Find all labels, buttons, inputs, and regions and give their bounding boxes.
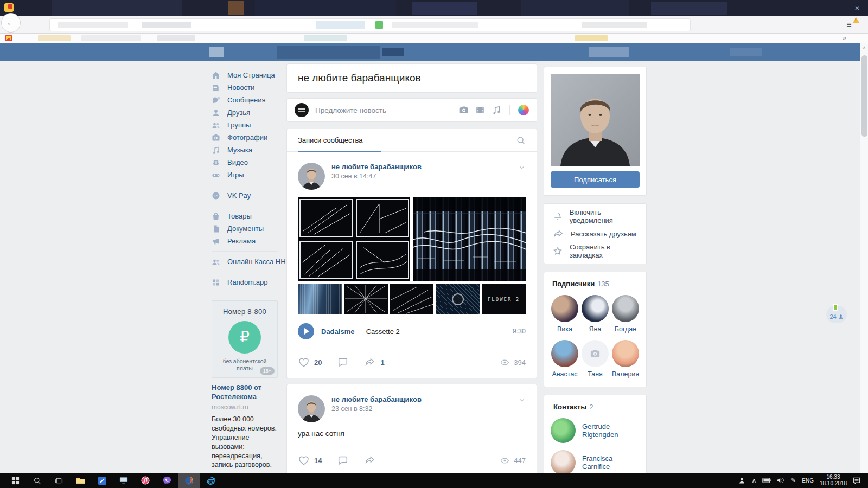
audio-artist[interactable]: Dadaisme: [321, 328, 354, 336]
like-button[interactable]: 20: [298, 356, 322, 368]
viber-button[interactable]: [156, 473, 178, 488]
mail-bookmark-icon[interactable]: [5, 35, 12, 41]
contacts-header[interactable]: Контакты2: [551, 403, 640, 411]
bookmarks-overflow-icon[interactable]: »: [843, 34, 846, 42]
post-date[interactable]: 23 сен в 8:32: [331, 405, 518, 413]
comment-button[interactable]: [337, 454, 349, 466]
views-counter: 394: [500, 357, 526, 368]
chevron-down-icon[interactable]: [518, 396, 526, 404]
file-explorer-button[interactable]: [69, 473, 91, 488]
taskbar-clock[interactable]: 16:33 18.10.2018: [820, 474, 847, 487]
sidebar-item-ads[interactable]: Реклама: [212, 235, 278, 247]
camera-icon[interactable]: [459, 105, 469, 115]
post-actions: 14 447: [298, 447, 526, 466]
play-icon[interactable]: [298, 323, 314, 339]
search-icon[interactable]: [516, 136, 526, 145]
back-button[interactable]: ←: [1, 13, 21, 33]
ad-banner[interactable]: Номер 8-800 ₽ без абонентской платы 18+: [212, 300, 278, 378]
language-indicator[interactable]: ENG: [802, 478, 814, 484]
blurred-block: [582, 22, 647, 28]
page-scrollbar[interactable]: ∧: [860, 43, 868, 473]
internet-explorer-button[interactable]: [200, 473, 221, 488]
scroll-up-icon[interactable]: ∧: [860, 43, 868, 50]
subscribers-header[interactable]: Подписчики135: [550, 280, 641, 288]
blurred-block: [255, 0, 396, 16]
search-button[interactable]: [26, 473, 48, 488]
tab-community-posts[interactable]: Записи сообщества: [298, 129, 381, 152]
post-photo-thumb[interactable]: [344, 284, 388, 314]
post-author[interactable]: не любите барабанщиков: [331, 395, 518, 403]
paint-app-button[interactable]: [91, 473, 113, 488]
enable-notifications-button[interactable]: Включить уведомления: [544, 208, 646, 225]
contact-row[interactable]: Francisca Carnifice: [551, 450, 640, 473]
itunes-button[interactable]: [135, 473, 156, 488]
speaker-icon[interactable]: [777, 477, 784, 484]
notification-center-icon[interactable]: [853, 477, 860, 484]
folder-icon: [76, 477, 85, 485]
post-photo[interactable]: [298, 197, 410, 281]
sidebar-item-groups[interactable]: Группы: [212, 119, 278, 131]
post-photo[interactable]: [413, 197, 526, 281]
avatar[interactable]: [298, 163, 325, 190]
sidebar-item-video[interactable]: Видео: [212, 156, 278, 169]
community-photo[interactable]: [551, 74, 640, 166]
post-date[interactable]: 30 сен в 14:47: [331, 172, 518, 180]
tab-favicon-icon[interactable]: [4, 3, 14, 12]
task-view-button[interactable]: [48, 473, 69, 488]
sidebar-item-friends[interactable]: Друзья: [212, 106, 278, 119]
share-button[interactable]: 1: [364, 356, 384, 368]
sidebar-item-messages[interactable]: Сообщения: [212, 94, 278, 106]
post-author[interactable]: не любите барабанщиков: [331, 163, 518, 171]
tray-chevron-icon[interactable]: ∧: [751, 477, 756, 484]
sidebar-item-photos[interactable]: Фотографии: [212, 131, 278, 144]
post-photo-thumb[interactable]: [390, 284, 434, 314]
sidebar-item-online-kassa[interactable]: Онлайн Касса НН: [212, 255, 278, 268]
this-pc-button[interactable]: [113, 473, 135, 488]
sidebar-item-random-app[interactable]: Random.app: [212, 276, 278, 288]
browser-tab-bar: ✕: [0, 0, 868, 16]
people-tray-icon[interactable]: [738, 477, 745, 484]
subscriber[interactable]: Анастас: [550, 340, 580, 378]
subscriber[interactable]: Яна: [580, 295, 610, 333]
contact-row[interactable]: Gertrude Rigtengden: [551, 418, 640, 443]
post-photo-thumb[interactable]: [298, 284, 342, 314]
sidebar-item-games[interactable]: Игры: [212, 169, 278, 181]
friends-online-count[interactable]: 24: [826, 313, 847, 320]
subscriber[interactable]: Вика: [550, 295, 580, 333]
post-photo-thumb[interactable]: [436, 284, 480, 314]
share-button[interactable]: [364, 454, 376, 466]
avatar[interactable]: [298, 395, 325, 422]
post-composer[interactable]: Предложите новость: [286, 98, 537, 122]
subscriber[interactable]: Богдан: [610, 295, 641, 333]
ad-link[interactable]: Номер 8800 от Ростелекома: [212, 383, 278, 402]
audio-attachment[interactable]: Dadaisme – Cassette 2 9:30: [298, 323, 526, 339]
post-photo-thumb[interactable]: FLOWER 2: [482, 284, 526, 314]
subscriber[interactable]: Таня: [580, 340, 610, 378]
close-icon[interactable]: ✕: [852, 3, 863, 14]
video-icon[interactable]: [475, 105, 485, 115]
sidebar-item-my-page[interactable]: Моя Страница: [212, 69, 278, 81]
sidebar-item-vk-pay[interactable]: P VK Pay: [212, 189, 278, 202]
sidebar-item-news[interactable]: Новости: [212, 81, 278, 94]
address-bar[interactable]: [50, 19, 690, 31]
sidebar-item-label: Реклама: [227, 237, 256, 245]
like-button[interactable]: 14: [298, 454, 322, 466]
subscribe-button[interactable]: Подписаться: [551, 171, 640, 188]
save-bookmarks-button[interactable]: Сохранить в закладках: [544, 242, 646, 260]
sidebar-item-music[interactable]: Музыка: [212, 144, 278, 156]
scrollbar-thumb[interactable]: [861, 55, 867, 137]
sidebar-item-documents[interactable]: Документы: [212, 222, 278, 235]
pen-tray-icon[interactable]: ✎: [790, 477, 796, 484]
tell-friends-button[interactable]: Рассказать друзьям: [544, 225, 646, 242]
music-icon[interactable]: [492, 105, 501, 115]
comment-button[interactable]: [337, 356, 349, 368]
battery-icon[interactable]: [762, 478, 771, 483]
sidebar-item-market[interactable]: Товары: [212, 210, 278, 222]
colorful-app-icon[interactable]: [518, 105, 529, 115]
subscribers-grid: Вика Яна Богдан Анастас: [550, 295, 641, 378]
chevron-down-icon[interactable]: [518, 164, 526, 171]
wall-tabs: Записи сообщества: [287, 129, 537, 152]
start-button[interactable]: [4, 473, 26, 488]
firefox-button[interactable]: [178, 473, 200, 488]
subscriber[interactable]: Валерия: [610, 340, 641, 378]
